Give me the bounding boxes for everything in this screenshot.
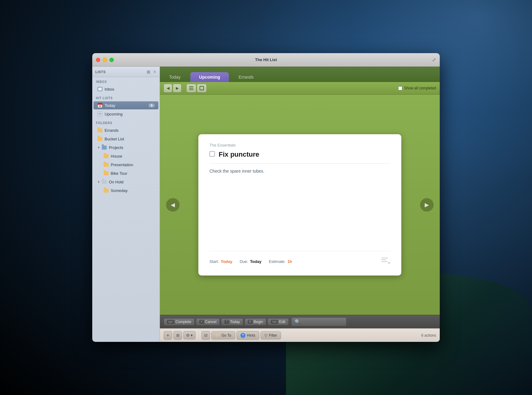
- sidebar: LISTS ⊞ ⌗ INBOX Inbox HIT LISTS: [92, 67, 160, 342]
- today-button[interactable]: T Today: [221, 318, 243, 326]
- card-next-arrow[interactable]: ▶: [420, 198, 434, 212]
- task-due-value: Today: [250, 259, 261, 264]
- footer-divider: [198, 332, 199, 338]
- tag-button[interactable]: ⌗: [153, 69, 157, 74]
- sidebar-header-label: LISTS: [95, 70, 106, 74]
- sidebar-item-upcoming-label: Upcoming: [105, 112, 155, 116]
- content-area: ◀ The Essentials Fix puncture Check the …: [160, 95, 440, 315]
- edit-button[interactable]: tab Edit: [268, 318, 289, 326]
- sidebar-item-projects[interactable]: ▼ Projects: [93, 143, 158, 151]
- toolbar: ◀ ▶ S: [160, 82, 440, 95]
- sidebar-item-someday[interactable]: Someday: [93, 186, 158, 194]
- errands-folder-icon: [97, 127, 103, 133]
- square-view-icon: [200, 86, 204, 90]
- tab-upcoming[interactable]: Upcoming: [190, 72, 228, 82]
- expand-icon[interactable]: ⤢: [432, 57, 436, 63]
- task-header: Fix puncture: [209, 151, 390, 158]
- panel-toggle-button[interactable]: ⊟: [201, 331, 210, 340]
- right-panel: Today Upcoming Errands ◀ ▶: [160, 67, 440, 342]
- add-button[interactable]: +: [164, 331, 172, 340]
- card-prev-arrow[interactable]: ◀: [166, 198, 180, 212]
- next-button[interactable]: ▶: [173, 84, 181, 92]
- sidebar-item-bucket-list[interactable]: Bucket List: [93, 135, 158, 143]
- minimize-button[interactable]: [103, 58, 107, 62]
- close-button[interactable]: [96, 58, 100, 62]
- show-completed-checkbox[interactable]: [398, 86, 402, 90]
- begin-label: Begin: [254, 320, 263, 324]
- on-hold-folder-icon: [101, 179, 107, 185]
- sidebar-item-bike-tour-label: Bike Tour: [111, 171, 155, 176]
- filter-icon: ▽: [264, 333, 267, 338]
- tab-errands[interactable]: Errands: [230, 72, 262, 82]
- inbox-section-label: INBOX: [92, 77, 160, 85]
- today-badge: 5: [149, 104, 155, 108]
- sidebar-item-bike-tour[interactable]: Bike Tour: [93, 169, 158, 177]
- bucket-list-folder-icon: [97, 136, 103, 142]
- on-hold-collapse-arrow[interactable]: ▼: [97, 180, 100, 184]
- projects-collapse-arrow[interactable]: ▼: [97, 146, 100, 149]
- task-format-icon: [379, 255, 390, 268]
- maximize-button[interactable]: [109, 58, 114, 62]
- complete-label: Complete: [176, 320, 191, 324]
- actions-count: 6 actions: [421, 333, 436, 338]
- prev-button[interactable]: ◀: [164, 84, 172, 92]
- folder-view-button[interactable]: ⊞: [146, 69, 151, 74]
- card-view-button[interactable]: [197, 84, 207, 92]
- search-input[interactable]: [303, 320, 343, 324]
- gear-icon: ⚙: [186, 333, 190, 338]
- presentation-folder-icon: [103, 162, 109, 167]
- task-complete-checkbox[interactable]: [209, 151, 215, 157]
- projects-folder-icon: [101, 145, 107, 150]
- sidebar-item-on-hold[interactable]: ▼ On Hold: [93, 178, 158, 186]
- tab-today[interactable]: Today: [161, 72, 189, 82]
- svg-point-0: [388, 262, 389, 264]
- sidebar-header-icons: ⊞ ⌗: [146, 69, 157, 74]
- today-key: T: [224, 320, 229, 324]
- nav-buttons: ◀ ▶: [164, 84, 181, 92]
- show-completed-label: Show all completed: [404, 86, 436, 90]
- task-start-label: Start:: [209, 259, 219, 264]
- sidebar-item-inbox[interactable]: Inbox: [93, 85, 158, 93]
- list-view-button[interactable]: [186, 84, 196, 92]
- panel-lines-icon: ⊟: [204, 333, 208, 338]
- task-estimate: Estimate: 1h: [269, 259, 292, 264]
- begin-button[interactable]: B Begin: [244, 318, 266, 326]
- hints-icon: ?: [240, 333, 245, 338]
- settings-button[interactable]: ⚙ ▾: [183, 331, 196, 339]
- search-box[interactable]: 🔍: [291, 317, 347, 326]
- sidebar-item-bucket-list-label: Bucket List: [105, 137, 155, 141]
- sidebar-item-inbox-label: Inbox: [105, 87, 155, 92]
- go-to-button[interactable]: ⚡ Go To: [211, 331, 235, 339]
- house-folder-icon: [103, 153, 109, 159]
- window-controls: [96, 58, 114, 62]
- image-button[interactable]: ⊞: [173, 331, 182, 340]
- today-calendar-icon: 20: [97, 103, 103, 108]
- sidebar-header: LISTS ⊞ ⌗: [92, 67, 160, 77]
- cancel-button[interactable]: X Cancel: [196, 318, 220, 326]
- show-completed-toggle[interactable]: Show all completed: [398, 86, 436, 90]
- edit-label: Edit: [279, 320, 285, 324]
- task-card: The Essentials Fix puncture Check the sp…: [198, 134, 401, 276]
- sidebar-item-errands[interactable]: Errands: [93, 126, 158, 134]
- sidebar-item-house[interactable]: House: [93, 152, 158, 160]
- view-buttons: [186, 84, 207, 92]
- upcoming-icon: [97, 111, 103, 117]
- filter-label: Filter: [269, 333, 277, 338]
- hit-lists-section-label: HIT LISTS: [92, 93, 160, 101]
- sidebar-item-presentation[interactable]: Presentation: [93, 161, 158, 169]
- sidebar-item-projects-label: Projects: [109, 145, 155, 150]
- complete-button[interactable]: spc Complete: [164, 318, 195, 326]
- filter-button[interactable]: ▽ Filter: [260, 331, 281, 339]
- task-start-value: Today: [221, 259, 232, 264]
- sidebar-item-today[interactable]: 20 Today 5: [93, 101, 158, 109]
- hints-button[interactable]: ? Hints: [236, 331, 259, 340]
- go-to-label: Go To: [221, 333, 231, 338]
- task-notes: Check the spare inner tubes.: [209, 169, 390, 209]
- sidebar-item-house-label: House: [111, 154, 155, 158]
- task-due: Due: Today: [240, 259, 261, 264]
- title-bar: The Hit List ⤢: [92, 53, 440, 67]
- sidebar-item-someday-label: Someday: [111, 188, 155, 193]
- bike-tour-folder-icon: [103, 170, 109, 176]
- sidebar-item-upcoming[interactable]: Upcoming: [93, 110, 158, 118]
- someday-folder-icon: [103, 188, 109, 193]
